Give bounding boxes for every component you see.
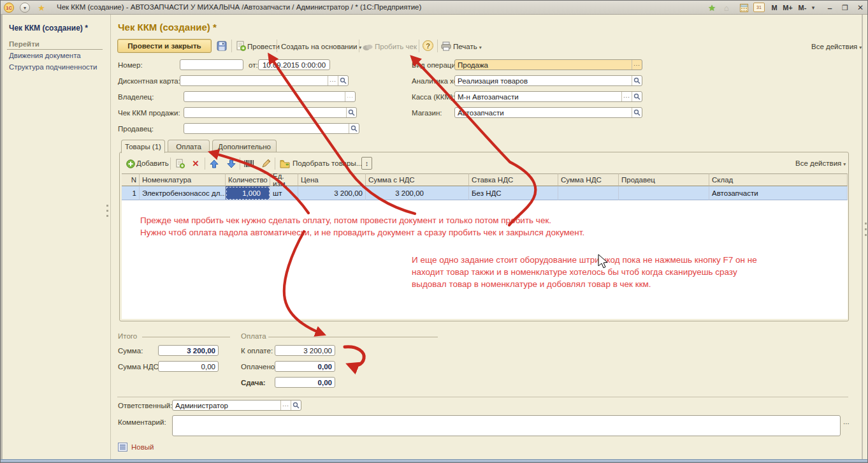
operation-field[interactable]: Продажа <box>454 59 642 70</box>
save-icon[interactable] <box>216 40 228 52</box>
print-label: Печать <box>453 43 477 50</box>
home-icon <box>721 2 732 13</box>
memory-m-button[interactable]: M <box>769 2 779 13</box>
memory-m-plus-button[interactable]: M+ <box>781 2 795 13</box>
search-icon[interactable] <box>346 108 356 117</box>
all-actions-button[interactable]: Все действия <box>811 43 862 50</box>
ellipsis-button[interactable] <box>280 401 291 410</box>
favorites-star-icon[interactable] <box>36 3 47 13</box>
search-icon[interactable] <box>632 76 642 85</box>
analytics-field[interactable]: Реализация товаров <box>454 75 642 86</box>
ellipsis-button[interactable] <box>632 60 642 70</box>
tab-extra[interactable]: Дополнительно <box>212 140 277 152</box>
annotation-note-2: Нужно чтоб оплата падола автоматически, … <box>140 228 584 237</box>
tab-goods[interactable]: Товары (1) <box>121 140 165 153</box>
responsible-label: Ответственный: <box>118 402 172 409</box>
sidebar-section-goto: Перейти <box>9 40 40 48</box>
window-titlebar: 1С Чек ККМ (создание) - АВТОЗАПЧАСТИ У М… <box>1 1 868 15</box>
create-based-on-button[interactable]: Создать на основании <box>281 43 361 50</box>
post-icon[interactable] <box>235 40 247 52</box>
post-and-close-label: Провести и закрыть <box>127 42 201 50</box>
window-left-border <box>1 15 3 459</box>
sidebar-splitter[interactable] <box>110 15 111 459</box>
window-title: Чек ККМ (создание) - АВТОЗАПЧАСТИ У МИХА… <box>57 3 421 11</box>
ellipsis-button[interactable] <box>328 76 338 85</box>
all-actions-label: Все действия <box>811 43 857 50</box>
responsible-field[interactable]: Администратор <box>172 400 301 411</box>
store-field[interactable]: Автозапчасти <box>454 107 642 118</box>
change-value: 0,00 <box>318 379 332 386</box>
comment-label: Комментарий: <box>118 418 166 426</box>
number-field[interactable] <box>180 59 243 70</box>
memory-m-minus-button[interactable]: M- <box>796 2 809 13</box>
payment-group-line <box>268 337 438 337</box>
sale-receipt-field[interactable] <box>184 107 357 118</box>
window-right-border <box>862 15 863 459</box>
search-icon[interactable] <box>632 108 642 117</box>
annotation-note-1: Прежде чем пробить чек нужно сделать опл… <box>140 216 551 225</box>
sum-vat-label: Сумма НДС: <box>118 363 161 371</box>
due-field[interactable]: 3 200,00 <box>275 345 335 356</box>
tab-extra-label: Дополнительно <box>218 143 271 151</box>
due-value: 3 200,00 <box>303 347 332 355</box>
sidebar-link-subordination-structure[interactable]: Структура подчиненности <box>9 63 98 71</box>
owner-label: Владелец: <box>118 93 154 101</box>
add-favorite-icon[interactable] <box>705 2 718 13</box>
sidebar-section-divider <box>7 49 103 50</box>
paid-label: Оплачено: <box>241 363 277 371</box>
sale-receipt-label: Чек ККМ продажи: <box>118 109 180 117</box>
sum-vat-field[interactable]: 0,00 <box>158 361 219 372</box>
titlebar-menu-icon[interactable] <box>20 3 30 13</box>
restore-button[interactable] <box>838 2 852 13</box>
toolbar-separator <box>277 40 277 52</box>
window-bottom-border <box>1 459 868 463</box>
sidebar-link-document-movements[interactable]: Движения документа <box>9 52 81 59</box>
calendar-icon[interactable]: 31 <box>753 3 765 12</box>
seller-field[interactable] <box>184 123 359 134</box>
owner-field[interactable] <box>184 91 356 102</box>
operation-value: Продажа <box>458 61 632 69</box>
change-field[interactable]: 0,00 <box>275 377 335 388</box>
toolbar-separator <box>437 40 438 52</box>
page-title: Чек ККМ (создание) * <box>118 22 217 33</box>
toolbar-separator <box>359 40 359 52</box>
ellipsis-button[interactable] <box>621 92 632 101</box>
comment-ellipsis-button[interactable]: ... <box>843 418 850 425</box>
search-icon[interactable] <box>632 92 642 101</box>
cash-register-field[interactable]: М-н Автозапчасти <box>454 91 642 102</box>
post-and-close-button[interactable]: Провести и закрыть <box>117 39 212 53</box>
print-button[interactable]: Печать <box>453 43 482 50</box>
toolbar-separator <box>419 40 419 52</box>
status-text: Новый <box>131 443 154 451</box>
minimize-button[interactable] <box>823 2 837 13</box>
seller-label: Продавец: <box>118 125 154 133</box>
punch-receipt-icon <box>362 41 373 53</box>
paid-field[interactable]: 0,00 <box>275 361 335 372</box>
date-label: от: <box>249 61 258 69</box>
print-icon[interactable] <box>440 40 452 52</box>
search-icon[interactable] <box>349 124 359 133</box>
responsible-value: Администратор <box>175 402 280 409</box>
toolbar-separator <box>231 40 232 52</box>
right-splitter-grip[interactable] <box>865 223 867 239</box>
search-icon[interactable] <box>338 76 348 85</box>
discount-card-field[interactable] <box>180 75 349 86</box>
splitter-grip[interactable] <box>106 205 108 219</box>
comment-field[interactable] <box>172 415 841 436</box>
date-field[interactable]: 10.09.2015 0:00:00 <box>258 59 330 70</box>
help-icon[interactable] <box>423 40 433 51</box>
change-label: Сдача: <box>241 379 266 386</box>
paid-value: 0,00 <box>318 363 332 371</box>
date-value: 10.09.2015 0:00:00 <box>263 61 326 69</box>
sum-vat-value: 0,00 <box>201 363 215 371</box>
close-button[interactable] <box>853 2 867 13</box>
post-button[interactable]: Провести <box>247 43 280 50</box>
titlebar-chevron-down-icon[interactable] <box>809 2 818 13</box>
calculator-icon[interactable] <box>738 2 749 13</box>
footer-divider <box>117 397 848 397</box>
sum-field[interactable]: 3 200,00 <box>158 345 219 356</box>
search-icon[interactable] <box>291 401 301 410</box>
tab-payment[interactable]: Оплата <box>168 140 210 152</box>
create-based-on-label: Создать на основании <box>281 43 357 50</box>
ellipsis-button <box>345 92 355 101</box>
